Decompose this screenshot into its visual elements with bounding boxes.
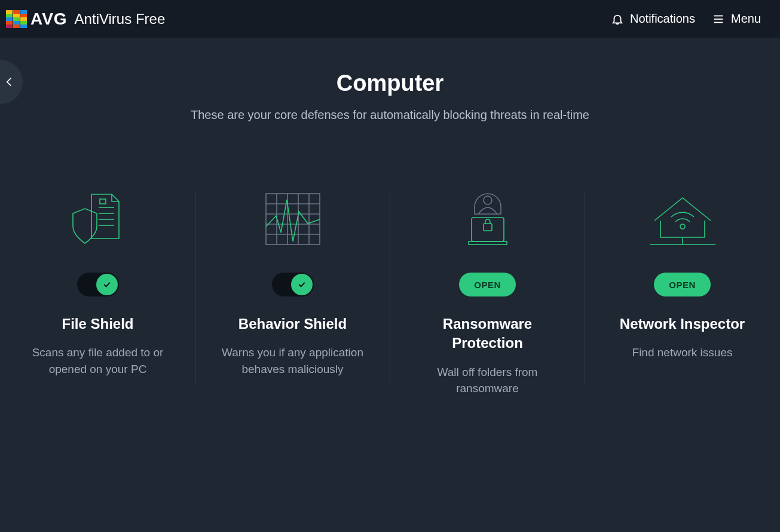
bell-icon — [611, 13, 624, 26]
open-button-label: OPEN — [474, 280, 501, 290]
menu-button[interactable]: Menu — [703, 7, 769, 30]
behavior-shield-icon — [263, 191, 323, 247]
svg-point-23 — [680, 224, 685, 229]
menu-label: Menu — [731, 12, 761, 26]
card-description: Scans any file added to or opened on you… — [19, 344, 178, 377]
svg-rect-18 — [472, 218, 504, 241]
page-title: Computer — [0, 71, 780, 96]
avg-logo-icon — [6, 10, 27, 28]
app-product-name: AntiVirus Free — [75, 11, 166, 27]
card-file-shield: File Shield Scans any file added to or o… — [1, 191, 195, 397]
svg-rect-7 — [100, 199, 106, 204]
card-ransomware-protection: OPEN Ransomware Protection Wall off fold… — [390, 191, 585, 397]
app-logo: AVG AntiVirus Free — [6, 10, 165, 29]
svg-rect-8 — [266, 194, 320, 244]
card-network-inspector: OPEN Network Inspector Find network issu… — [585, 191, 780, 397]
svg-point-17 — [484, 196, 492, 204]
app-header: AVG AntiVirus Free Notifications Menu — [0, 0, 780, 38]
file-shield-icon — [71, 191, 125, 247]
ransomware-icon — [458, 191, 518, 247]
notifications-button[interactable]: Notifications — [602, 7, 703, 30]
behavior-shield-toggle[interactable] — [272, 273, 314, 296]
svg-rect-20 — [484, 224, 492, 231]
check-icon — [102, 280, 112, 289]
cards-row: File Shield Scans any file added to or o… — [0, 191, 780, 397]
network-inspector-icon — [650, 191, 715, 247]
open-button-label: OPEN — [669, 280, 696, 290]
card-title: File Shield — [62, 314, 133, 334]
page-subtitle: These are your core defenses for automat… — [0, 108, 780, 122]
app-brand: AVG — [30, 10, 68, 29]
notifications-label: Notifications — [630, 12, 695, 26]
card-title: Behavior Shield — [238, 314, 347, 334]
card-title: Ransomware Protection — [408, 314, 567, 353]
chevron-left-icon — [4, 76, 16, 88]
card-title: Network Inspector — [620, 314, 745, 334]
card-description: Find network issues — [632, 344, 733, 361]
hamburger-icon — [712, 13, 725, 26]
network-open-button[interactable]: OPEN — [654, 273, 711, 296]
file-shield-toggle[interactable] — [77, 273, 119, 296]
ransomware-open-button[interactable]: OPEN — [459, 273, 516, 296]
card-description: Warns you if any application behaves mal… — [213, 344, 372, 377]
page-content: Computer These are your core defenses fo… — [0, 38, 780, 397]
card-description: Wall off folders from ransomware — [408, 364, 567, 397]
card-behavior-shield: Behavior Shield Warns you if any applica… — [195, 191, 390, 397]
svg-rect-19 — [469, 241, 507, 244]
check-icon — [297, 280, 307, 289]
